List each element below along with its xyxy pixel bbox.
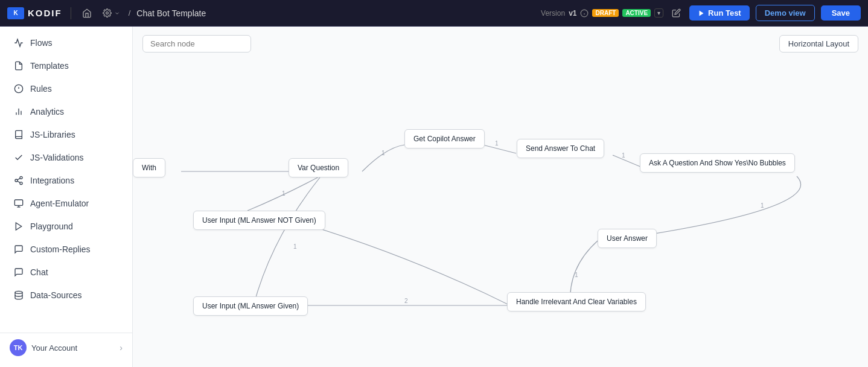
home-button[interactable]: [80, 6, 94, 21]
sidebar-item-js-libraries[interactable]: JS-Libraries: [4, 124, 129, 145]
version-label: Version: [541, 9, 565, 18]
sidebar-item-flows[interactable]: Flows: [4, 32, 129, 54]
svg-rect-16: [14, 200, 22, 205]
integrations-icon: [13, 175, 24, 186]
version-section: Version v1 DRAFT ACTIVE ▾: [541, 8, 663, 18]
node-send-answer-to-chat[interactable]: Send Answer To Chat: [517, 139, 604, 158]
svg-point-11: [20, 176, 22, 179]
agent-emulator-icon: [13, 198, 24, 209]
page-title: Chat Bot Template: [136, 8, 206, 18]
logo-text: KODIF: [28, 8, 62, 18]
svg-point-13: [20, 182, 22, 185]
rules-icon: [13, 83, 24, 94]
svg-line-15: [18, 178, 21, 180]
flows-icon: [13, 37, 24, 48]
edges-layer: 1 1 1 1 1 2 1 1: [133, 27, 868, 367]
templates-icon: [13, 60, 24, 71]
footer-arrow-icon: ›: [120, 343, 123, 353]
node-handle-irrelevant[interactable]: Handle Irrelevant And Clear Variables: [507, 292, 646, 311]
svg-text:1: 1: [293, 243, 297, 250]
node-user-answer[interactable]: User Answer: [598, 229, 657, 248]
sidebar: Flows Templates Rules: [0, 27, 133, 367]
run-test-button[interactable]: Run Test: [689, 5, 750, 21]
breadcrumb-separator: /: [129, 8, 131, 18]
version-dropdown[interactable]: ▾: [654, 8, 663, 18]
svg-marker-4: [700, 10, 704, 16]
node-ask-question-yes-no[interactable]: Ask A Question And Show Yes\No Bubbles: [640, 153, 795, 173]
sidebar-item-agent-emulator[interactable]: Agent-Emulator: [4, 193, 129, 214]
info-icon: [580, 9, 589, 18]
draft-badge: DRAFT: [592, 9, 619, 17]
settings-button[interactable]: [100, 6, 123, 20]
data-sources-icon: [13, 290, 24, 301]
sidebar-item-integrations[interactable]: Integrations: [4, 170, 129, 191]
svg-text:2: 2: [404, 298, 408, 304]
sidebar-item-custom-replies[interactable]: Custom-Replies: [4, 238, 129, 260]
svg-text:1: 1: [622, 152, 625, 159]
version-badge: v1: [569, 9, 576, 18]
sidebar-footer[interactable]: TK Your Account ›: [0, 333, 132, 362]
demo-view-button[interactable]: Demo view: [756, 5, 815, 21]
svg-line-14: [18, 181, 21, 183]
node-get-copilot-answer[interactable]: Get Copilot Answer: [404, 129, 485, 148]
svg-text:1: 1: [761, 202, 764, 209]
search-node-input[interactable]: [142, 35, 251, 53]
analytics-icon: [13, 106, 24, 117]
avatar: TK: [10, 339, 27, 356]
play-icon: [698, 10, 705, 17]
sidebar-item-analytics[interactable]: Analytics: [4, 101, 129, 123]
header-divider: [71, 7, 71, 19]
svg-point-0: [106, 12, 108, 14]
node-with[interactable]: With: [133, 158, 165, 177]
js-libraries-icon: [13, 129, 24, 140]
playground-icon: [13, 221, 24, 232]
sidebar-item-chat[interactable]: Chat: [4, 261, 129, 283]
app-header: K KODIF / Chat Bot Template Version v1 D…: [0, 0, 868, 27]
sidebar-spacer: [0, 307, 132, 333]
custom-replies-icon: [13, 244, 24, 255]
active-badge: ACTIVE: [622, 9, 651, 17]
sidebar-item-playground[interactable]: Playground: [4, 215, 129, 237]
main-layout: Flows Templates Rules: [0, 27, 868, 367]
js-validations-icon: [13, 152, 24, 163]
svg-text:1: 1: [495, 140, 499, 147]
sidebar-item-data-sources[interactable]: Data-Sources: [4, 284, 129, 306]
svg-point-20: [15, 291, 22, 293]
logo: K KODIF: [7, 7, 62, 19]
save-button[interactable]: Save: [821, 5, 861, 21]
edit-button[interactable]: [669, 6, 683, 20]
node-user-input-not-given[interactable]: User Input (ML Answer NOT Given): [193, 211, 325, 230]
account-label: Your Account: [31, 343, 115, 353]
canvas-area: Horizontal Layout 1 1 1 1 1 2: [133, 27, 868, 367]
svg-point-12: [15, 179, 18, 182]
sidebar-item-js-validations[interactable]: JS-Validations: [4, 147, 129, 168]
svg-text:1: 1: [282, 190, 286, 197]
node-var-question[interactable]: Var Question: [289, 158, 348, 177]
sidebar-item-templates[interactable]: Templates: [4, 55, 129, 77]
logo-icon: K: [7, 7, 24, 19]
sidebar-item-rules[interactable]: Rules: [4, 78, 129, 100]
chat-icon: [13, 267, 24, 278]
node-user-input-given[interactable]: User Input (ML Answer Given): [193, 296, 308, 316]
layout-button[interactable]: Horizontal Layout: [779, 35, 858, 53]
svg-text:1: 1: [575, 272, 578, 278]
svg-text:1: 1: [381, 150, 385, 156]
svg-marker-19: [16, 223, 21, 230]
canvas-toolbar: Horizontal Layout: [133, 35, 868, 53]
